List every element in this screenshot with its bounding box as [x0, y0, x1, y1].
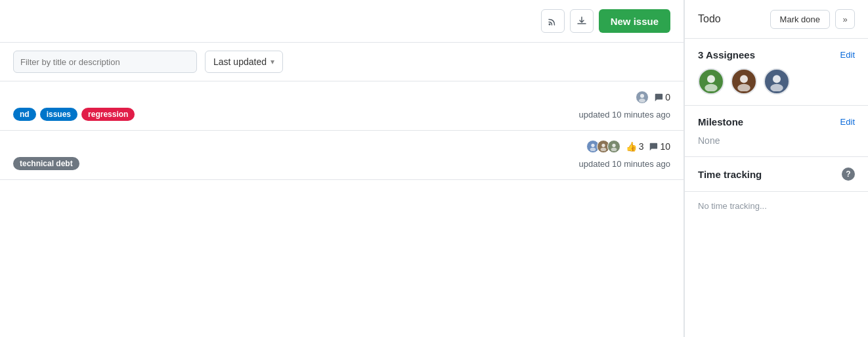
svg-point-1 [640, 94, 644, 98]
avatar [731, 68, 757, 95]
svg-point-5 [601, 144, 605, 147]
reaction-number: 3 [639, 141, 644, 152]
svg-point-7 [612, 144, 615, 147]
chevron-down-icon: ▾ [271, 57, 274, 66]
toolbar: New issue [0, 0, 684, 43]
section-header: 3 Assignees Edit [698, 49, 855, 60]
right-panel: Todo Mark done » 3 Assignees Edit [684, 0, 868, 337]
milestone-edit-link[interactable]: Edit [840, 117, 855, 127]
partial-section: No time tracking... [685, 191, 868, 220]
svg-point-3 [591, 144, 594, 147]
left-panel: New issue Last updated ▾ [0, 0, 684, 337]
avatar-group [636, 91, 649, 104]
section-title: Milestone [698, 116, 743, 127]
milestone-section: Milestone Edit None [685, 106, 868, 157]
comment-number: 10 [660, 141, 670, 152]
svg-point-6 [600, 148, 606, 151]
sort-dropdown[interactable]: Last updated ▾ [205, 51, 283, 73]
help-icon[interactable]: ? [842, 168, 855, 181]
svg-point-2 [639, 99, 645, 102]
filter-bar: Last updated ▾ [0, 43, 684, 81]
list-item: technical debt [13, 157, 79, 170]
chevron-right-button[interactable]: » [835, 9, 855, 29]
svg-point-8 [611, 148, 617, 151]
list-item: nd [13, 108, 36, 121]
avatar [636, 91, 649, 104]
section-title: 3 Assignees [698, 49, 755, 60]
time-tracking-section: Time tracking ? [685, 157, 868, 191]
labels: nd issues regression [13, 108, 135, 121]
comment-count: 0 [654, 92, 670, 102]
svg-point-11 [740, 75, 748, 83]
assignees-section: 3 Assignees Edit [685, 39, 868, 106]
svg-point-14 [770, 84, 783, 91]
partial-text: No time tracking... [698, 201, 767, 211]
issues-list: 0 nd issues regression updated 10 minute… [0, 81, 684, 337]
issue-footer: technical debt updated 10 minutes ago [13, 157, 670, 170]
reaction-count: 👍 3 [626, 141, 644, 152]
filter-search-input[interactable] [13, 51, 197, 73]
issue-footer: nd issues regression updated 10 minutes … [13, 108, 670, 121]
assignees-row [698, 68, 855, 95]
issue-meta-top: 0 [13, 91, 670, 104]
svg-point-10 [705, 84, 718, 91]
download-button[interactable] [570, 9, 594, 33]
assignees-edit-link[interactable]: Edit [840, 50, 855, 60]
comment-number: 0 [665, 92, 670, 102]
right-panel-header: Todo Mark done » [685, 0, 868, 39]
mark-done-button[interactable]: Mark done [770, 10, 830, 29]
svg-point-9 [707, 75, 715, 83]
time-tracking-title: Time tracking [698, 169, 762, 180]
new-issue-button[interactable]: New issue [599, 9, 670, 33]
svg-point-12 [737, 84, 750, 91]
table-row: 👍 3 10 technical debt updated 10 minutes… [0, 131, 684, 180]
comment-count: 10 [649, 141, 670, 152]
milestone-value: None [698, 135, 720, 146]
issue-meta-top: 👍 3 10 [13, 140, 670, 153]
avatar [607, 140, 620, 153]
right-header-actions: Mark done » [770, 9, 855, 29]
section-header: Milestone Edit [698, 116, 855, 127]
todo-label: Todo [698, 13, 721, 25]
list-item: issues [40, 108, 77, 121]
labels: technical debt [13, 157, 79, 170]
updated-text: updated 10 minutes ago [579, 159, 671, 169]
rss-button[interactable] [541, 9, 565, 33]
thumbsup-icon: 👍 [626, 141, 637, 152]
svg-point-4 [590, 148, 596, 151]
table-row: 0 nd issues regression updated 10 minute… [0, 81, 684, 131]
avatar-group [586, 140, 620, 153]
svg-point-13 [773, 75, 781, 83]
avatar [764, 68, 790, 95]
list-item: regression [81, 108, 135, 121]
svg-point-0 [548, 24, 550, 26]
avatar [698, 68, 724, 95]
sort-label: Last updated [213, 56, 267, 67]
updated-text: updated 10 minutes ago [579, 110, 671, 120]
